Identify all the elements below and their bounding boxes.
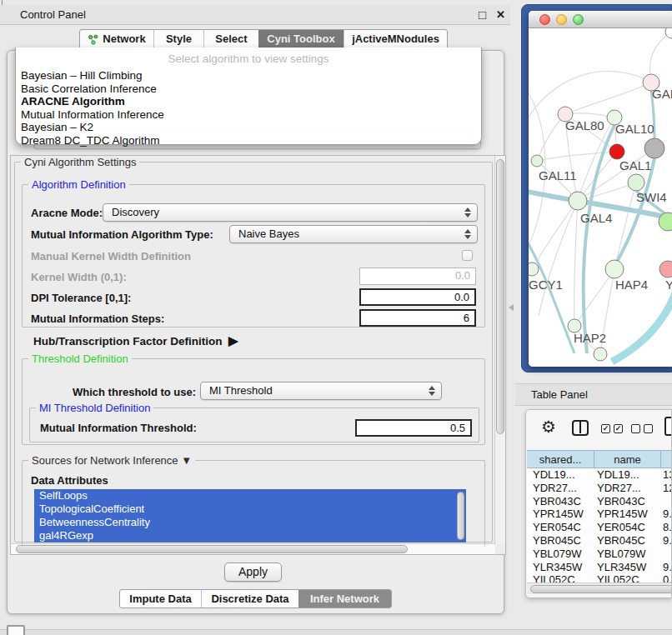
mi-steps-value: 6: [464, 311, 469, 326]
which-threshold-label: Which threshold to use:: [73, 386, 196, 398]
float-window-icon[interactable]: □: [479, 7, 486, 23]
settings-vertical-scrollbar[interactable]: [494, 156, 505, 544]
node-gcy1[interactable]: [529, 262, 539, 276]
dropdown-item[interactable]: Bayesian – Hill Climbing: [21, 69, 143, 82]
node-hap4[interactable]: [605, 260, 624, 278]
node-label: HAP2: [574, 331, 606, 345]
tab-discretize-data[interactable]: Discretize Data: [201, 590, 298, 608]
data-attributes-list[interactable]: SelfLoops TopologicalCoefficient Between…: [34, 489, 466, 542]
list-scrollbar-thumb[interactable]: [457, 492, 464, 540]
which-threshold-combobox[interactable]: MI Threshold: [200, 382, 442, 400]
table-row[interactable]: YLR345WYLR345W9.: [527, 561, 672, 574]
node-partial-top[interactable]: [665, 28, 672, 38]
screen: Control Panel □ ✕ Network Style Select C…: [0, 0, 672, 635]
table-row[interactable]: YIL052CYIL052C0.: [527, 573, 672, 582]
node-bottom[interactable]: [594, 348, 607, 361]
network-graph: GAL8 GAL80 GAL10 GAL1 GAL11 SWI4 GAL4 GC…: [529, 28, 672, 367]
select-all-checkbox-icon[interactable]: ✓: [614, 424, 623, 433]
deselect-all-checkbox-icon[interactable]: [631, 424, 640, 433]
table-row[interactable]: YBL079WYBL079W: [527, 548, 672, 561]
split-pane-handle[interactable]: [509, 304, 514, 311]
threshold-definition-title: Threshold Definition: [28, 352, 132, 365]
node-label: HAP4: [615, 278, 648, 292]
table-horizontal-scrollbar-thumb[interactable]: [530, 585, 672, 593]
dropdown-item[interactable]: Basic Correlation Inference: [21, 82, 157, 96]
tab-style[interactable]: Style: [153, 30, 203, 48]
function-builder-icon[interactable]: [664, 417, 672, 436]
stepper-icon: [464, 208, 473, 218]
control-panel-titlebar: Control Panel □ ✕: [0, 5, 510, 25]
settings-vertical-scrollbar-thumb[interactable]: [496, 159, 504, 434]
mi-steps-field[interactable]: 6: [359, 309, 476, 327]
kernel-width-field[interactable]: 0.0: [359, 268, 476, 285]
tab-select-label: Select: [215, 30, 247, 48]
dropdown-item[interactable]: Bayesian – K2: [21, 121, 93, 134]
mi-threshold-definition-title: MI Threshold Definition: [36, 402, 153, 414]
column-header-partial[interactable]: [661, 451, 672, 469]
list-item[interactable]: gal4RGexp: [34, 529, 466, 542]
dropdown-item-selected[interactable]: ARACNE Algorithm: [21, 95, 125, 108]
select-all-checkbox-icon[interactable]: ✓: [601, 424, 610, 433]
sources-title: Sources for Network Inference ▼: [28, 454, 195, 467]
node-salmon[interactable]: [659, 261, 672, 278]
mi-threshold-field[interactable]: 0.5: [355, 419, 472, 437]
node-red[interactable]: [609, 144, 624, 159]
dropdown-item[interactable]: Mutual Information Inference: [21, 108, 164, 122]
mi-threshold-definition-group: MI Threshold Definition Mutual Informati…: [29, 408, 479, 442]
table-row[interactable]: YDR27...YDR27...12: [527, 482, 672, 495]
close-traffic-light-icon[interactable]: [539, 14, 550, 25]
control-panel-tabs: Network Style Select Cyni Toolbox jActiv…: [79, 29, 448, 49]
network-window-titlebar[interactable]: [529, 11, 672, 28]
apply-button[interactable]: Apply: [224, 562, 282, 582]
manual-kernel-checkbox[interactable]: [462, 250, 473, 261]
close-window-icon[interactable]: ✕: [496, 7, 505, 23]
column-header-shared-name[interactable]: shared...: [527, 451, 594, 469]
node-gal11[interactable]: [531, 155, 543, 167]
tab-jactivemnodules[interactable]: jActiveMNodules: [344, 30, 447, 48]
hub-expand-arrow-icon[interactable]: ▶: [228, 333, 238, 348]
table-horizontal-scrollbar[interactable]: [527, 582, 672, 594]
manual-kernel-label: Manual Kernel Width Definition: [31, 250, 191, 262]
table-row[interactable]: YDL19...YDL19...13: [527, 468, 672, 482]
node-gray[interactable]: [644, 138, 664, 158]
tab-cyni-toolbox[interactable]: Cyni Toolbox: [258, 30, 344, 48]
mi-threshold-label: Mutual Information Threshold:: [40, 422, 197, 434]
dpi-tolerance-value: 0.0: [454, 290, 469, 305]
tab-network[interactable]: Network: [80, 30, 153, 48]
mi-type-label: Mutual Information Algorithm Type:: [31, 228, 213, 241]
dpi-tolerance-field[interactable]: 0.0: [359, 288, 476, 306]
minimized-window-icon[interactable]: [7, 625, 25, 635]
bottom-tabs: Impute Data Discretize Data Infer Networ…: [119, 589, 392, 608]
node-label: GCY1: [529, 278, 563, 292]
dropdown-item[interactable]: Dream8 DC_TDC Algorithm: [21, 134, 160, 148]
column-header-name[interactable]: name: [594, 451, 661, 469]
network-canvas[interactable]: GAL8 GAL80 GAL10 GAL1 GAL11 SWI4 GAL4 GC…: [529, 28, 672, 367]
minimize-traffic-light-icon[interactable]: [556, 14, 567, 25]
aracne-mode-combobox[interactable]: Discovery: [103, 203, 478, 222]
list-item[interactable]: TopologicalCoefficient: [34, 502, 466, 516]
mi-type-value: Naive Bayes: [238, 226, 299, 242]
zoom-traffic-light-icon[interactable]: [573, 14, 584, 25]
sources-title-text: Sources for Network Inference: [32, 454, 178, 467]
gear-icon[interactable]: ⚙: [541, 417, 556, 437]
columns-icon[interactable]: [572, 420, 589, 436]
node-gal1[interactable]: [628, 174, 644, 191]
tab-impute-data[interactable]: Impute Data: [120, 590, 201, 608]
node-gal4[interactable]: [569, 192, 587, 210]
aracne-mode-value: Discovery: [112, 204, 159, 221]
table-panel-window: ⚙ ✓ ✓ shared... name YDL19...YDL19...13 …: [525, 409, 672, 598]
node-label: SWI4: [636, 190, 667, 204]
mi-type-combobox[interactable]: Naive Bayes: [229, 225, 478, 243]
collapse-arrow-icon[interactable]: ▼: [181, 454, 192, 467]
dropdown-hint: Select algorithm to view settings: [16, 52, 481, 65]
table-row[interactable]: YBR043CYBR043C: [527, 495, 672, 508]
list-item[interactable]: BetweennessCentrality: [34, 516, 466, 529]
tab-infer-network[interactable]: Infer Network: [298, 590, 391, 608]
list-item[interactable]: SelfLoops: [34, 489, 466, 502]
table-row[interactable]: YBR045CYBR045C9.: [527, 534, 672, 548]
deselect-all-checkbox-icon[interactable]: [644, 424, 653, 433]
dpi-tolerance-label: DPI Tolerance [0,1]:: [31, 292, 131, 304]
table-row[interactable]: YPR145WYPR145W9.: [527, 508, 672, 521]
table-row[interactable]: YER054CYER054C8.: [527, 521, 672, 534]
tab-select[interactable]: Select: [203, 30, 258, 48]
